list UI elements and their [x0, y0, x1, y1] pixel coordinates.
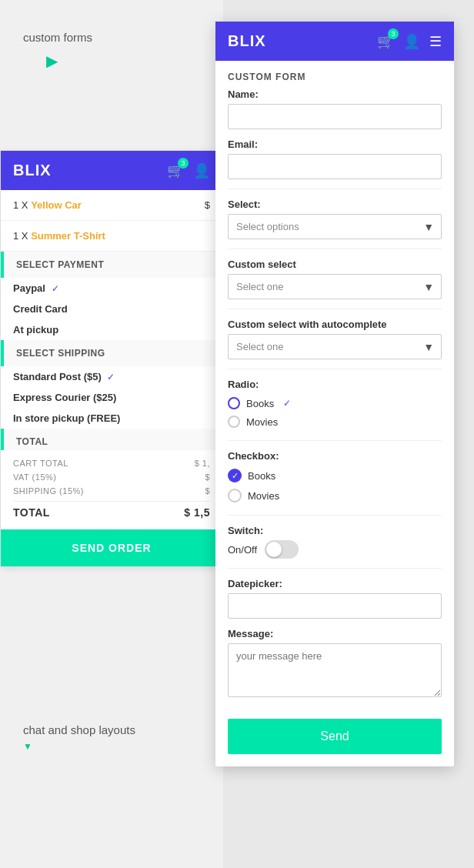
form-user-icon[interactable]: 👤 — [403, 33, 420, 50]
item2-qty: 1 X — [13, 230, 31, 242]
shipping-instore[interactable]: In store pickup (FREE) — [1, 408, 222, 429]
switch-field-group: Switch: On/Off — [228, 525, 442, 559]
send-order-button[interactable]: SEND ORDER — [1, 529, 222, 566]
total-label: TOTAL — [13, 506, 50, 519]
checkbox-books-label: Books — [248, 470, 275, 482]
cart-badge: 3 — [178, 158, 189, 169]
form-panel: BLIX 🛒 3 👤 ☰ CUSTOM FORM Name: Email: Se… — [215, 22, 454, 766]
user-icon[interactable]: 👤 — [193, 162, 210, 179]
switch-label: Switch: — [228, 525, 442, 536]
cart-item-1: 1 X Yellow Car $ — [1, 190, 222, 221]
divider-3 — [228, 309, 442, 309]
total-value: $ 1,5 — [184, 506, 210, 519]
form-cart-badge: 3 — [388, 28, 399, 39]
message-textarea[interactable] — [228, 643, 442, 697]
autocomplete-label: Custom select with autocomplete — [228, 319, 442, 330]
payment-pickup[interactable]: At pickup — [1, 319, 222, 340]
send-button[interactable]: Send — [228, 719, 442, 754]
select-field-group: Select: Select options ▼ — [228, 199, 442, 239]
cart-total-row: CART TOTAL $ 1, — [13, 456, 210, 470]
cart-icons: 🛒 3 👤 — [167, 162, 210, 179]
bg-label-top: custom forms — [0, 15, 115, 52]
checkbox-label: Checkbox: — [228, 450, 442, 462]
divider-5 — [228, 440, 442, 441]
divider-7 — [228, 568, 442, 569]
item2-name: Summer T-Shirt — [31, 230, 105, 242]
custom-select-label: Custom select — [228, 259, 442, 270]
total-header: TOTAL — [1, 429, 222, 450]
cart-icon[interactable]: 🛒 3 — [167, 162, 184, 179]
name-field-group: Name: — [228, 88, 442, 129]
shipping-standard[interactable]: Standard Post ($5) ✓ — [1, 366, 222, 387]
shipping-express[interactable]: Express Courier ($25) — [1, 387, 222, 408]
radio-movies[interactable]: Movies — [228, 412, 442, 431]
switch-wrap: On/Off — [228, 540, 442, 559]
name-input[interactable] — [228, 104, 442, 129]
switch-on-off-label: On/Off — [228, 544, 257, 556]
divider-1 — [228, 189, 442, 189]
message-field-group: Message: — [228, 628, 442, 700]
item1-qty: 1 X — [13, 199, 31, 211]
chevron-down-icon: ▼ — [23, 741, 200, 752]
cart-item-2: 1 X Summer T-Shirt — [1, 221, 222, 252]
vat-row: VAT (15%) $ — [13, 470, 210, 484]
radio-books-check: ✓ — [283, 398, 291, 409]
payment-credit[interactable]: Credit Card — [1, 299, 222, 319]
name-label: Name: — [228, 88, 442, 100]
shipping-row: SHIPPING (15%) $ — [13, 484, 210, 498]
checkbox-movies-label: Movies — [248, 490, 279, 502]
email-field-group: Email: — [228, 139, 442, 179]
datepicker-input[interactable] — [228, 593, 442, 619]
custom-select-input[interactable]: Select one — [228, 274, 442, 299]
checkbox-movies-box — [228, 489, 242, 502]
divider-2 — [228, 249, 442, 249]
shipping-label: SHIPPING (15%) — [13, 486, 84, 496]
form-header: BLIX 🛒 3 👤 ☰ — [215, 22, 454, 61]
checkbox-books[interactable]: ✓ Books — [228, 466, 442, 486]
shipping-value: $ — [205, 486, 210, 496]
datepicker-field-group: Datepicker: — [228, 578, 442, 619]
form-cart-icon[interactable]: 🛒 3 — [377, 33, 394, 50]
toggle-switch[interactable] — [265, 540, 299, 559]
radio-books-label: Books — [246, 398, 274, 409]
select-label: Select: — [228, 199, 442, 210]
payment-paypal[interactable]: Paypal ✓ — [1, 278, 222, 299]
divider-4 — [228, 369, 442, 369]
cart-total-label: CART TOTAL — [13, 459, 68, 468]
form-body: Name: Email: Select: Select options ▼ Cu… — [215, 88, 454, 766]
radio-movies-label: Movies — [246, 416, 278, 428]
custom-select-wrap: Select one ▼ — [228, 274, 442, 299]
payment-section-header: SELECT PAYMENT — [1, 252, 222, 278]
shipping-section-header: SELECT SHIPPING — [1, 340, 222, 366]
checkbox-movies[interactable]: Movies — [228, 486, 442, 506]
bg-label-bottom: chat and shop layouts — [23, 723, 200, 736]
item1-price: $ — [205, 199, 210, 211]
message-label: Message: — [228, 628, 442, 639]
hamburger-icon[interactable]: ☰ — [429, 33, 442, 50]
select-wrap: Select options ▼ — [228, 214, 442, 239]
datepicker-label: Datepicker: — [228, 578, 442, 589]
cart-panel: BLIX 🛒 3 👤 1 X Yellow Car $ 1 X Summer T… — [0, 150, 223, 567]
radio-books-dot — [228, 397, 240, 409]
radio-label: Radio: — [228, 379, 442, 390]
radio-books[interactable]: Books ✓ — [228, 394, 442, 412]
totals-section: CART TOTAL $ 1, VAT (15%) $ SHIPPING (15… — [1, 450, 222, 529]
checkbox-group: ✓ Books Movies — [228, 466, 442, 506]
autocomplete-wrap: Select one ▼ — [228, 334, 442, 359]
checkbox-books-check-icon: ✓ — [232, 471, 239, 481]
email-input[interactable] — [228, 154, 442, 179]
select-input[interactable]: Select options — [228, 214, 442, 239]
checkbox-field-group: Checkbox: ✓ Books Movies — [228, 450, 442, 506]
radio-group: Books ✓ Movies — [228, 394, 442, 431]
email-label: Email: — [228, 139, 442, 150]
custom-select-field-group: Custom select Select one ▼ — [228, 259, 442, 299]
radio-movies-dot — [228, 416, 240, 428]
toggle-knob — [266, 542, 282, 557]
item1-name: Yellow Car — [31, 199, 82, 211]
radio-field-group: Radio: Books ✓ Movies — [228, 379, 442, 431]
autocomplete-input[interactable]: Select one — [228, 334, 442, 359]
form-title: CUSTOM FORM — [215, 61, 454, 88]
autocomplete-field-group: Custom select with autocomplete Select o… — [228, 319, 442, 359]
divider-6 — [228, 515, 442, 516]
cart-total-value: $ 1, — [195, 459, 210, 468]
